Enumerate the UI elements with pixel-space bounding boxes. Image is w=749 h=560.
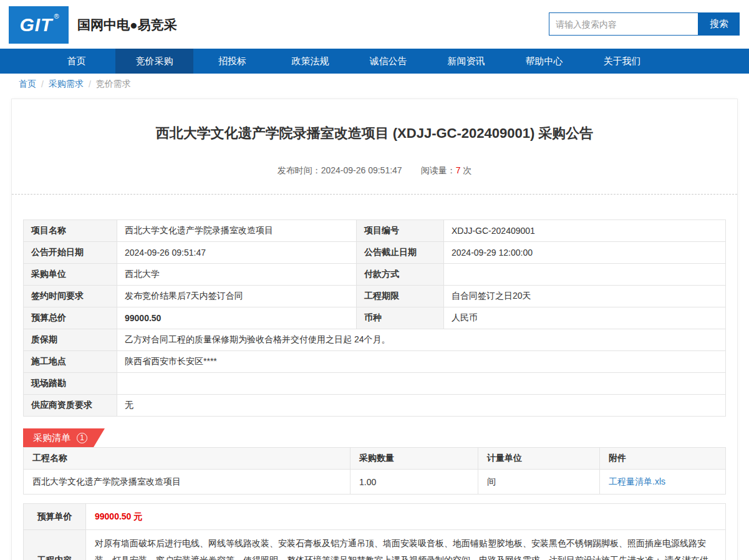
total-budget-value: 99000.50: [117, 307, 357, 329]
site-logo[interactable]: GIT®: [9, 6, 69, 44]
table-row: 公告开始日期 2024-09-26 09:51:47 公告截止日期 2024-0…: [24, 242, 726, 264]
field-label: 项目名称: [24, 220, 117, 242]
field-value: 2024-09-29 12:00:00: [444, 242, 726, 264]
field-label: 公告截止日期: [357, 242, 444, 264]
field-value: 西北大学文化遗产学院录播室改造项目: [117, 220, 357, 242]
main-nav: 首页 竞价采购 招投标 政策法规 诚信公告 新闻资讯 帮助中心 关于我们: [0, 49, 749, 74]
purchase-detail-table: 预算单价 99000.50 元 工程内容 对原有墙面破坏后进行电线、网线等线路改…: [23, 503, 726, 560]
field-value: 陕西省西安市长安区****: [117, 351, 726, 373]
field-label: 签约时间要求: [24, 286, 117, 307]
project-info-table: 项目名称 西北大学文化遗产学院录播室改造项目 项目编号 XDJJ-GC-2024…: [23, 220, 726, 417]
nav-item-policies[interactable]: 政策法规: [271, 49, 349, 74]
nav-item-integrity-notices[interactable]: 诚信公告: [349, 49, 427, 74]
purchase-list-table: 工程名称 采购数量 计量单位 附件 西北大学文化遗产学院录播室改造项目 1.00…: [23, 447, 726, 495]
views-label: 阅读量：: [421, 165, 456, 175]
purchase-list-ribbon: 采购清单 1: [23, 428, 105, 447]
field-label: 付款方式: [357, 264, 444, 286]
announcement-card: 西北大学文化遗产学院录播室改造项目 (XDJJ-GC-202409001) 采购…: [11, 99, 738, 560]
column-header: 附件: [600, 448, 726, 470]
field-label: 工程内容: [24, 530, 86, 560]
search-bar: 搜索: [549, 12, 740, 36]
field-value: 乙方对合同工程的质量保修期为验收合格并交付使用之日起 24个月。: [117, 329, 726, 351]
table-row: 预算总价 99000.50 币种 人民币: [24, 307, 726, 329]
breadcrumb-home[interactable]: 首页: [19, 79, 36, 90]
purchase-list-label: 采购清单: [33, 432, 70, 444]
breadcrumb-separator: /: [41, 79, 44, 89]
field-label: 币种: [357, 307, 444, 329]
table-row: 现场踏勘: [24, 373, 726, 395]
field-label: 项目编号: [357, 220, 444, 242]
field-value: 人民币: [444, 307, 726, 329]
publish-time-label: 发布时间：: [278, 165, 321, 175]
logo-text: GIT: [19, 14, 52, 36]
project-name-cell: 西北大学文化遗产学院录播室改造项目: [24, 470, 350, 495]
views-unit: 次: [463, 165, 471, 175]
nav-item-help-center[interactable]: 帮助中心: [505, 49, 583, 74]
unit-price-value: 99000.50 元: [86, 504, 726, 530]
table-row: 预算单价 99000.50 元: [24, 504, 726, 530]
unit-cell: 间: [478, 470, 600, 495]
quantity-cell: 1.00: [350, 470, 478, 495]
attachment-link[interactable]: 工程量清单.xls: [609, 476, 665, 486]
nav-item-home[interactable]: 首页: [37, 49, 115, 74]
field-label: 工程期限: [357, 286, 444, 307]
table-row: 项目名称 西北大学文化遗产学院录播室改造项目 项目编号 XDJJ-GC-2024…: [24, 220, 726, 242]
field-value: 自合同签订之日20天: [444, 286, 726, 307]
page-title: 西北大学文化遗产学院录播室改造项目 (XDJJ-GC-202409001) 采购…: [12, 124, 737, 143]
breadcrumb-current: 竞价需求: [96, 79, 131, 90]
divider: [12, 194, 737, 195]
table-row: 工程内容 对原有墙面破坏后进行电线、网线等线路改装、安装石膏板及铝方通吊顶、墙面…: [24, 530, 726, 560]
site-title: 国网中电●易竞采: [77, 16, 177, 34]
field-value: [117, 373, 726, 395]
table-row: 签约时间要求 发布竞价结果后7天内签订合同 工程期限 自合同签订之日20天: [24, 286, 726, 307]
column-header: 工程名称: [24, 448, 350, 470]
site-header: GIT® 国网中电●易竞采 搜索: [0, 0, 749, 49]
nav-item-tendering[interactable]: 招投标: [193, 49, 271, 74]
registered-mark-icon: ®: [54, 12, 59, 20]
field-value: 无: [117, 395, 726, 417]
field-label: 供应商资质要求: [24, 395, 117, 417]
table-row: 采购单位 西北大学 付款方式: [24, 264, 726, 286]
field-label: 施工地点: [24, 351, 117, 373]
breadcrumb-purchase-demand[interactable]: 采购需求: [49, 79, 84, 90]
table-header-row: 工程名称 采购数量 计量单位 附件: [24, 448, 726, 470]
field-label: 公告开始日期: [24, 242, 117, 264]
field-label: 现场踏勘: [24, 373, 117, 395]
field-value: 2024-09-26 09:51:47: [117, 242, 357, 264]
attachment-cell: 工程量清单.xls: [600, 470, 726, 495]
table-row: 西北大学文化遗产学院录播室改造项目 1.00 间 工程量清单.xls: [24, 470, 726, 495]
field-value: [444, 264, 726, 286]
views-count: 7: [456, 165, 461, 175]
search-button[interactable]: 搜索: [698, 12, 740, 36]
publish-time-value: 2024-09-26 09:51:47: [321, 165, 402, 175]
field-value: 发布竞价结果后7天内签订合同: [117, 286, 357, 307]
breadcrumb-separator: /: [89, 79, 91, 89]
breadcrumb: 首页 / 采购需求 / 竞价需求: [0, 74, 749, 95]
column-header: 采购数量: [350, 448, 478, 470]
article-meta: 发布时间：2024-09-26 09:51:47阅读量：7 次: [12, 165, 737, 176]
search-input[interactable]: [549, 12, 698, 36]
table-row: 质保期 乙方对合同工程的质量保修期为验收合格并交付使用之日起 24个月。: [24, 329, 726, 351]
nav-item-news[interactable]: 新闻资讯: [427, 49, 505, 74]
field-label: 预算单价: [24, 504, 86, 530]
field-label: 质保期: [24, 329, 117, 351]
count-badge: 1: [77, 433, 87, 443]
column-header: 计量单位: [478, 448, 600, 470]
table-row: 施工地点 陕西省西安市长安区****: [24, 351, 726, 373]
field-value: XDJJ-GC-202409001: [444, 220, 726, 242]
nav-item-about-us[interactable]: 关于我们: [583, 49, 661, 74]
field-value: 西北大学: [117, 264, 357, 286]
nav-item-bidding-purchase[interactable]: 竞价采购: [115, 49, 193, 74]
field-label: 采购单位: [24, 264, 117, 286]
work-content-text: 对原有墙面破坏后进行电线、网线等线路改装、安装石膏板及铝方通吊顶、墙面安装吸音板…: [86, 530, 726, 560]
field-label: 预算总价: [24, 307, 117, 329]
table-row: 供应商资质要求 无: [24, 395, 726, 417]
